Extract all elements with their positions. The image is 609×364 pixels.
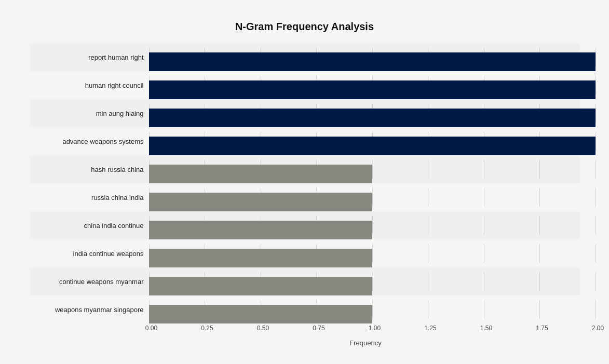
chart-title: N-Gram Frequency Analysis bbox=[30, 21, 580, 33]
grid-line bbox=[539, 244, 540, 263]
bar-track bbox=[149, 188, 580, 207]
grid-line bbox=[372, 188, 373, 207]
grid-line bbox=[428, 160, 428, 179]
grid-line bbox=[484, 216, 484, 235]
bar-fill bbox=[149, 249, 372, 267]
grid-line bbox=[596, 216, 596, 235]
grid-line bbox=[372, 244, 373, 263]
bar-fill bbox=[149, 193, 372, 211]
bar-label: min aung hlaing bbox=[30, 110, 149, 117]
grid-line bbox=[596, 272, 596, 291]
bar-track bbox=[149, 160, 580, 179]
bar-label: advance weapons systems bbox=[30, 138, 149, 145]
x-tick-label: 0.25 bbox=[201, 325, 213, 332]
grid-line bbox=[539, 300, 540, 319]
grid-line bbox=[539, 272, 540, 291]
x-tick-label: 0.75 bbox=[313, 325, 324, 332]
bar-fill bbox=[149, 109, 596, 127]
bar-label: weapons myanmar singapore bbox=[30, 306, 149, 314]
grid-line bbox=[539, 160, 540, 179]
bar-fill bbox=[149, 52, 596, 71]
bar-track bbox=[149, 244, 580, 263]
bar-row: human right council bbox=[30, 71, 580, 99]
grid-line bbox=[596, 132, 596, 151]
bar-label: china india continue bbox=[30, 222, 149, 230]
bar-row: weapons myanmar singapore bbox=[30, 295, 580, 323]
grid-line bbox=[596, 48, 596, 66]
grid-line bbox=[596, 76, 596, 95]
grid-line bbox=[372, 272, 373, 291]
bar-label: report human right bbox=[30, 53, 149, 61]
bar-track bbox=[149, 132, 580, 151]
grid-line bbox=[372, 300, 373, 319]
bar-label: russia china india bbox=[30, 194, 149, 201]
grid-line bbox=[428, 216, 428, 235]
grid-line bbox=[539, 216, 540, 235]
x-tick-label: 1.75 bbox=[536, 325, 548, 332]
bar-fill bbox=[149, 137, 596, 155]
x-tick-label: 0.50 bbox=[257, 325, 269, 332]
grid-line bbox=[372, 216, 373, 235]
grid-line bbox=[372, 160, 373, 179]
chart-container: N-Gram Frequency Analysis report human r… bbox=[19, 10, 590, 364]
grid-line bbox=[428, 188, 428, 207]
grid-line bbox=[539, 188, 540, 207]
grid-line bbox=[484, 272, 484, 291]
grid-line bbox=[428, 272, 428, 291]
bar-track bbox=[149, 104, 580, 123]
grid-line bbox=[596, 160, 596, 179]
grid-line bbox=[596, 300, 596, 319]
bar-label: hash russia china bbox=[30, 166, 149, 173]
bar-row: min aung hlaing bbox=[30, 99, 580, 127]
x-tick-label: 1.25 bbox=[424, 325, 436, 332]
bar-fill bbox=[149, 221, 372, 239]
bar-label: continue weapons myanmar bbox=[30, 278, 149, 286]
bar-row: advance weapons systems bbox=[30, 127, 580, 155]
x-axis-ticks: 0.000.250.500.751.001.251.501.752.00 bbox=[152, 325, 580, 337]
bar-track bbox=[149, 272, 580, 291]
grid-line bbox=[596, 104, 596, 123]
bar-track bbox=[149, 48, 580, 66]
bar-row: hash russia china bbox=[30, 155, 580, 183]
bar-track bbox=[149, 76, 580, 95]
bar-fill bbox=[149, 80, 596, 99]
grid-line bbox=[596, 188, 596, 207]
x-tick-label: 1.50 bbox=[480, 325, 492, 332]
bar-row: report human right bbox=[30, 43, 580, 71]
bar-label: india continue weapons bbox=[30, 250, 149, 258]
bars-container: report human righthuman right councilmin… bbox=[30, 43, 580, 323]
grid-line bbox=[428, 300, 428, 319]
bar-fill bbox=[149, 165, 372, 183]
bar-fill bbox=[149, 305, 372, 323]
x-tick-label: 0.00 bbox=[145, 325, 157, 332]
x-tick-label: 1.00 bbox=[369, 325, 381, 332]
bar-row: china india continue bbox=[30, 211, 580, 239]
grid-line bbox=[484, 300, 484, 319]
grid-line bbox=[484, 244, 484, 263]
bar-row: russia china india bbox=[30, 183, 580, 211]
bar-track bbox=[149, 300, 580, 319]
grid-line bbox=[484, 160, 484, 179]
bar-track bbox=[149, 216, 580, 235]
x-tick-label: 2.00 bbox=[592, 325, 604, 332]
x-axis-label: Frequency bbox=[152, 339, 580, 347]
bar-label: human right council bbox=[30, 82, 149, 89]
grid-line bbox=[428, 244, 428, 263]
bar-row: india continue weapons bbox=[30, 239, 580, 267]
grid-line bbox=[484, 188, 484, 207]
grid-line bbox=[596, 244, 596, 263]
bar-fill bbox=[149, 277, 372, 295]
bar-row: continue weapons myanmar bbox=[30, 267, 580, 295]
